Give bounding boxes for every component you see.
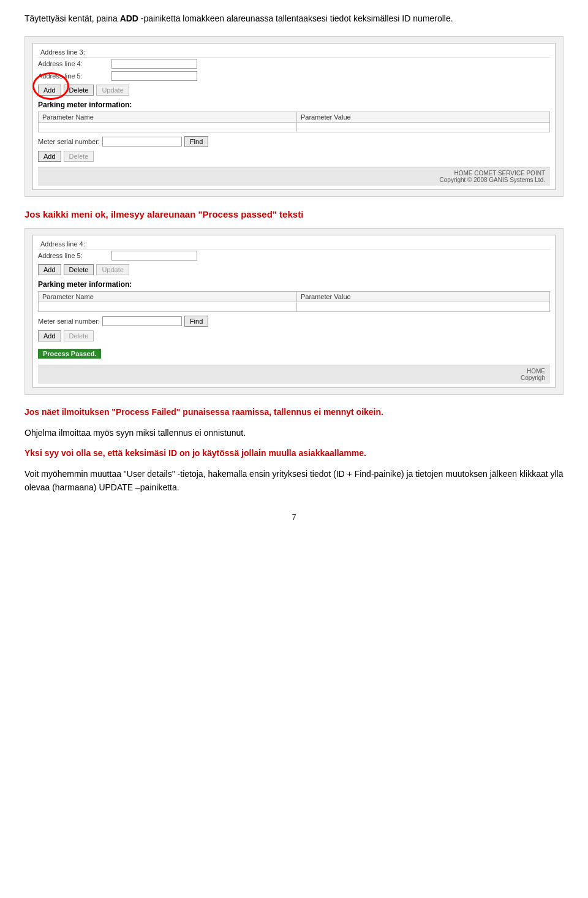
param-value-cell [296, 123, 549, 132]
address-line-5-row: Address line 5: [38, 71, 550, 81]
serial-row-1: Meter serial number: Find [38, 136, 550, 147]
footer-copy-1: Copyright © 2008 GANIS Systems Ltd. [43, 177, 545, 183]
process-failed-text: Jos näet ilmoituksen "Process Failed" pu… [24, 407, 383, 417]
process-passed-badge: Process Passed. [38, 349, 101, 359]
btn-row-2b: Add Delete [38, 330, 550, 341]
address-line-4-row: Address line 4: [38, 59, 550, 69]
param-table-2: Parameter Name Parameter Value [38, 291, 550, 312]
intro-text-after: -painiketta lomakkeen alareunassa tallen… [138, 13, 453, 23]
param-name-cell [39, 123, 297, 132]
address-line-4-label: Address line 4: [38, 60, 111, 67]
process-passed-container: Process Passed. [38, 346, 550, 360]
param-value-cell-2 [296, 302, 549, 312]
add-button-1b[interactable]: Add [38, 151, 61, 162]
intro-paragraph: Täytettyäsi kentät, paina ADD -painikett… [24, 12, 564, 25]
address-line-5-input-2[interactable] [111, 251, 197, 261]
screenshot-box-2: Address line 4: Address line 5: Add Dele… [24, 228, 564, 395]
update-button-2[interactable]: Update [96, 264, 129, 275]
footer-copy-2: Copyrigh [43, 375, 545, 381]
serial-label-1: Meter serial number: [38, 138, 100, 145]
param-value-header: Parameter Value [296, 112, 549, 123]
parking-meter-title-1: Parking meter information: [38, 101, 550, 109]
yksi-syy-paragraph: Yksi syy voi olla se, että keksimäsi ID … [24, 447, 564, 460]
footer-links-2: HOME [43, 368, 545, 375]
table-row-empty [39, 123, 550, 132]
screenshot-box-1: Address line 3: Address line 4: Address … [24, 36, 564, 197]
voit-paragraph: Voit myöhemmin muuttaa "User details" -t… [24, 468, 564, 494]
delete-button-2[interactable]: Delete [64, 264, 94, 275]
param-table-1: Parameter Name Parameter Value [38, 112, 550, 132]
address-line-3-partial: Address line 3: [38, 47, 550, 58]
page-number: 7 [24, 512, 564, 522]
ohjelma-paragraph: Ohjelma ilmoittaa myös syyn miksi tallen… [24, 427, 564, 440]
param-value-header-2: Parameter Value [296, 292, 549, 302]
footer-links-1: HOME COMET SERVICE POINT [43, 170, 545, 177]
add-button-2b[interactable]: Add [38, 330, 61, 341]
intro-bold-add: ADD [120, 13, 138, 23]
find-button-1[interactable]: Find [184, 136, 208, 147]
delete-button-1b[interactable]: Delete [64, 151, 94, 162]
parking-meter-title-2: Parking meter information: [38, 280, 550, 289]
address-line-5-label-2: Address line 5: [38, 252, 111, 259]
yksi-syy-text: Yksi syy voi olla se, että keksimäsi ID … [24, 448, 366, 458]
param-name-header-2: Parameter Name [39, 292, 297, 302]
serial-label-2: Meter serial number: [38, 318, 100, 325]
form-ui-2: Address line 4: Address line 5: Add Dele… [32, 235, 556, 388]
address-line-5-label: Address line 5: [38, 72, 111, 80]
find-button-2[interactable]: Find [184, 316, 208, 327]
param-name-header: Parameter Name [39, 112, 297, 123]
intro-text-before: Täytettyäsi kentät, paina [24, 13, 120, 23]
btn-row-2: Add Delete Update [38, 264, 550, 275]
add-button-2[interactable]: Add [38, 264, 61, 275]
mid-heading: Jos kaikki meni ok, ilmesyy alareunaan "… [24, 208, 564, 221]
delete-button-1[interactable]: Delete [64, 85, 94, 96]
address-line-5-input[interactable] [111, 71, 197, 81]
add-button-1[interactable]: Add [38, 85, 61, 96]
process-failed-paragraph: Jos näet ilmoituksen "Process Failed" pu… [24, 406, 564, 419]
serial-input-2[interactable] [102, 316, 182, 326]
btn-row-1: Add Delete Update [38, 85, 550, 96]
footer-bar-1: HOME COMET SERVICE POINT Copyright © 200… [38, 167, 550, 186]
update-button-1[interactable]: Update [96, 85, 129, 96]
form-ui-1: Address line 3: Address line 4: Address … [32, 43, 556, 190]
footer-bar-2: HOME Copyrigh [38, 365, 550, 384]
param-name-cell-2 [39, 302, 297, 312]
serial-input-1[interactable] [102, 137, 182, 146]
btn-row-1b: Add Delete [38, 151, 550, 162]
address-line-5-row-2: Address line 5: [38, 251, 550, 261]
address-line-4-input[interactable] [111, 59, 197, 69]
table-row-empty-2 [39, 302, 550, 312]
address-line-4-partial: Address line 4: [38, 239, 550, 249]
delete-button-2b[interactable]: Delete [64, 330, 94, 341]
serial-row-2: Meter serial number: Find [38, 316, 550, 327]
